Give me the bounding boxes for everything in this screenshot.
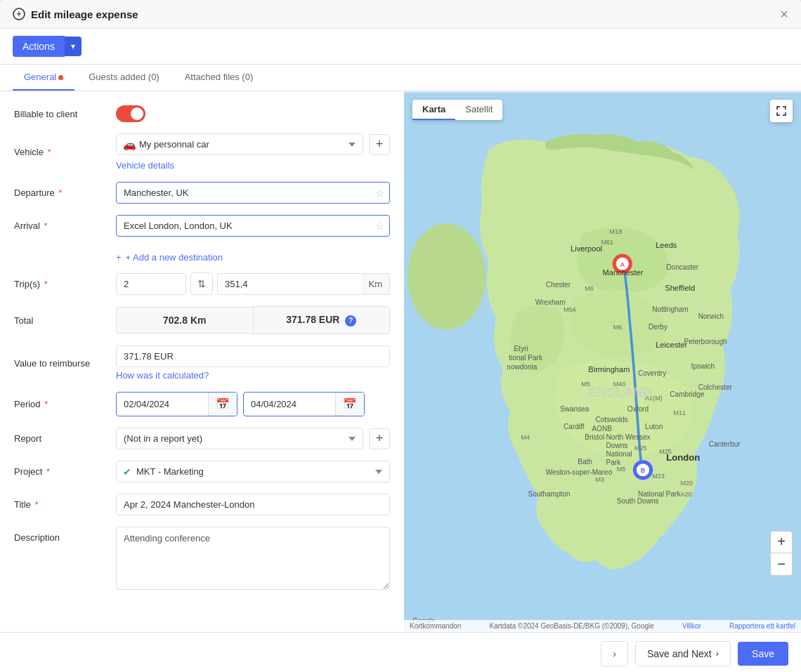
project-row: Project * ✔ MKT - Marketing [14, 461, 390, 482]
date-from-calendar-button[interactable]: 📅 [208, 393, 237, 416]
project-icon: ✔ [123, 466, 131, 477]
arrival-input[interactable] [116, 215, 390, 237]
departure-row: Departure * ☆ [14, 182, 390, 204]
svg-text:AONB: AONB [592, 425, 612, 433]
svg-text:A20: A20 [680, 491, 691, 498]
title-input[interactable] [116, 494, 390, 515]
total-row: Total 702.8 Km 371.78 EUR ? [14, 306, 390, 334]
tab-general[interactable]: General [13, 65, 74, 91]
svg-text:M61: M61 [601, 239, 613, 246]
trips-label: Trip(s) * [14, 279, 116, 289]
svg-text:M4: M4 [521, 434, 530, 441]
date-to-calendar-button[interactable]: 📅 [335, 393, 364, 416]
report-row: Report (Not in a report yet) + [14, 428, 390, 449]
distance-input[interactable] [217, 273, 365, 295]
trip-row: ⇅ Km [116, 272, 390, 295]
attribution-terms[interactable]: Villkor [682, 622, 701, 630]
svg-text:Etyri: Etyri [514, 345, 528, 353]
report-label: Report [14, 433, 116, 444]
add-destination-btn[interactable]: + + Add a new destination [116, 252, 390, 263]
svg-text:Southampton: Southampton [528, 490, 571, 498]
project-select[interactable]: MKT - Marketing [116, 461, 390, 482]
billable-toggle-wrap [116, 105, 390, 122]
trips-input[interactable] [116, 273, 186, 295]
svg-text:Leeds: Leeds [656, 241, 677, 249]
description-textarea[interactable]: Attending conference [116, 527, 390, 590]
zoom-in-button[interactable]: + [770, 531, 793, 553]
svg-text:Bath: Bath [578, 458, 592, 466]
edit-icon: + [13, 8, 25, 20]
map-tab-map[interactable]: Karta [412, 100, 455, 120]
svg-text:M18: M18 [610, 228, 623, 235]
swap-button[interactable]: ⇅ [190, 272, 213, 295]
add-report-button[interactable]: + [369, 428, 390, 449]
svg-text:National Park: National Park [638, 490, 681, 498]
svg-text:Oxford: Oxford [627, 405, 649, 413]
svg-text:Downs: Downs [606, 442, 628, 449]
departure-label: Departure * [14, 187, 116, 198]
arrival-control: ☆ [116, 215, 390, 237]
attribution-report[interactable]: Rapportera ett kartfel [729, 622, 795, 630]
back-button[interactable]: › [601, 641, 628, 666]
actions-dropdown-button[interactable]: ▾ [65, 37, 82, 56]
main-content: Billable to client Vehicle * 🚗 [0, 91, 801, 632]
tab-general-dot [58, 75, 63, 80]
svg-text:Peterborough: Peterborough [684, 338, 727, 345]
period-inputs: 📅 📅 [116, 392, 390, 416]
svg-text:Luton: Luton [645, 423, 663, 430]
tab-guests[interactable]: Guests added (0) [77, 65, 170, 91]
arrival-req: * [41, 220, 48, 231]
calc-link[interactable]: How was it calculated? [116, 370, 390, 381]
car-icon: 🚗 [123, 138, 136, 151]
title-row: Title * [14, 494, 390, 515]
actions-button-group: Actions ▾ [13, 36, 788, 57]
arrival-star-icon[interactable]: ☆ [375, 220, 384, 232]
zoom-out-button[interactable]: − [770, 553, 793, 576]
vehicle-select[interactable]: My personnal car [116, 133, 363, 155]
svg-text:M11: M11 [673, 409, 686, 416]
add-vehicle-button[interactable]: + [369, 134, 390, 155]
svg-text:M23: M23 [652, 473, 665, 480]
svg-text:Weston-super-Mareo: Weston-super-Mareo [546, 468, 613, 476]
date-from-input[interactable] [117, 394, 208, 414]
save-and-next-button[interactable]: Save and Next › [635, 641, 731, 666]
map-tab-satellite[interactable]: Satellit [455, 100, 502, 120]
project-select-wrap: ✔ MKT - Marketing [116, 461, 390, 482]
tab-files[interactable]: Attached files (0) [174, 65, 265, 91]
departure-input[interactable] [116, 182, 390, 204]
save-button[interactable]: Save [738, 642, 788, 666]
billable-toggle[interactable] [116, 105, 145, 122]
date-to-input[interactable] [244, 394, 335, 414]
report-select[interactable]: (Not in a report yet) [116, 428, 363, 449]
svg-text:Swansea: Swansea [560, 405, 590, 413]
add-dest-control: + + Add a new destination [116, 248, 390, 263]
svg-point-1 [408, 223, 486, 329]
attribution-text: Kortkommandon [410, 622, 461, 630]
reimburse-control: How was it calculated? [116, 345, 390, 381]
svg-text:M6: M6 [613, 324, 623, 331]
total-cells: 702.8 Km 371.78 EUR ? [116, 306, 390, 334]
svg-text:National: National [606, 450, 632, 458]
vehicle-details-link[interactable]: Vehicle details [116, 160, 174, 171]
svg-text:A: A [620, 261, 625, 268]
info-icon[interactable]: ? [345, 315, 356, 327]
reimburse-input[interactable] [116, 345, 390, 367]
fullscreen-button[interactable] [770, 100, 793, 122]
svg-text:North Wessex: North Wessex [606, 433, 651, 441]
trips-row: Trip(s) * ⇅ Km [14, 272, 390, 295]
modal-header: + Edit mileage expense × [0, 0, 801, 29]
svg-text:South Downs: South Downs [617, 497, 659, 505]
svg-text:ENGLAND: ENGLAND [588, 386, 651, 400]
departure-star-icon[interactable]: ☆ [375, 187, 384, 199]
svg-text:Doncaster: Doncaster [666, 263, 699, 271]
save-next-label: Save and Next [647, 648, 712, 659]
vehicle-select-wrap: 🚗 My personnal car [116, 133, 363, 155]
svg-text:Cambridge: Cambridge [670, 390, 705, 398]
description-control: Attending conference [116, 527, 390, 592]
close-button[interactable]: × [780, 7, 788, 21]
trips-req: * [41, 279, 48, 289]
zoom-controls: + − [770, 531, 793, 576]
title-control [116, 494, 390, 515]
total-label: Total [14, 315, 116, 326]
actions-main-button[interactable]: Actions [13, 36, 65, 57]
